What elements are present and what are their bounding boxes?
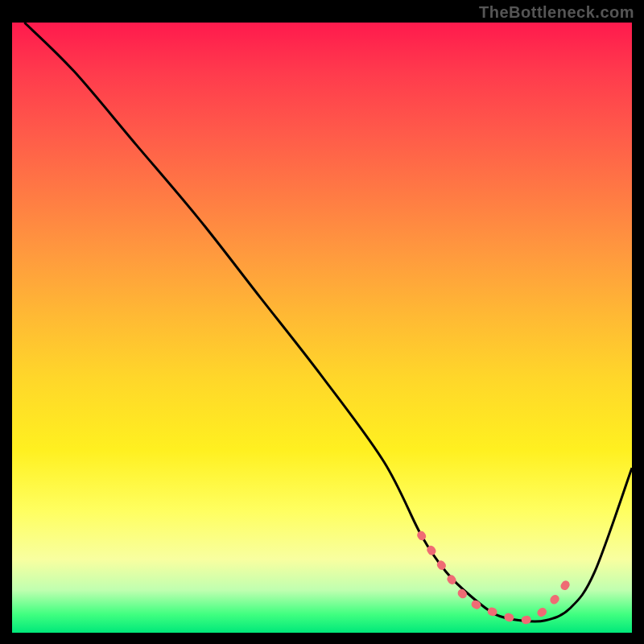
curve-svg [12, 23, 632, 633]
gradient-plot-area [12, 23, 632, 633]
optimal-zone-dots [421, 535, 570, 621]
chart-stage: TheBottleneck.com [0, 0, 644, 644]
watermark-text: TheBottleneck.com [479, 3, 634, 22]
bottleneck-curve [24, 23, 632, 621]
